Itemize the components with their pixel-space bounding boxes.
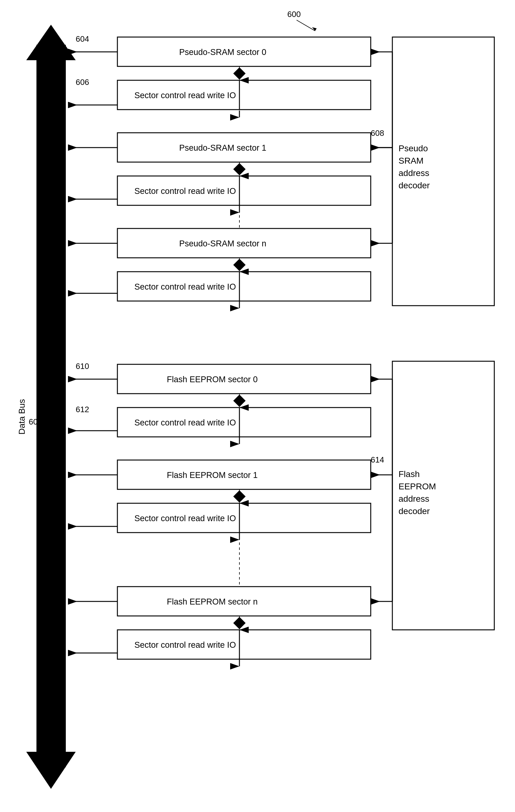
pseudo-sram-decoder-label-1: Pseudo: [399, 144, 428, 153]
svg-line-0: [297, 20, 315, 31]
ref-600: 600: [287, 9, 301, 19]
pseudo-sram-decoder-label-3: address: [399, 168, 429, 178]
pseudo-sram-decoder-label-4: decoder: [399, 181, 430, 190]
flash-eeprom-sector-1-label: Flash EEPROM sector 1: [167, 470, 258, 480]
svg-rect-2: [36, 45, 66, 767]
sector-control-0-label: Sector control read write IO: [134, 91, 236, 100]
ref-610: 610: [76, 361, 89, 371]
svg-marker-3: [26, 25, 76, 60]
pseudo-sram-decoder-label-2: SRAM: [399, 156, 424, 166]
flash-eeprom-sector-n-label: Flash EEPROM sector n: [167, 597, 258, 606]
ref-608: 608: [371, 128, 384, 138]
flash-sector-control-n-label: Sector control read write IO: [134, 640, 236, 649]
flash-decoder-label-4: decoder: [399, 506, 430, 516]
flash-sector-control-1-label: Sector control read write IO: [134, 514, 236, 523]
data-bus-label: Data Bus: [17, 399, 27, 434]
pseudo-sram-sector-n-label: Pseudo-SRAM sector n: [179, 239, 266, 248]
sector-control-1-label: Sector control read write IO: [134, 186, 236, 196]
data-bus-arrow: [26, 25, 76, 789]
diagram-container: 600 Data Bus 602 Pseudo SRAM address dec…: [0, 0, 515, 812]
svg-marker-4: [26, 752, 76, 789]
flash-sector-control-0-label: Sector control read write IO: [134, 418, 236, 427]
flash-eeprom-sector-0-label: Flash EEPROM sector 0: [167, 375, 258, 384]
flash-decoder-label-1: Flash: [399, 469, 419, 479]
ref-612: 612: [76, 405, 89, 414]
flash-decoder-label-2: EEPROM: [399, 482, 436, 491]
pseudo-sram-sector-1-label: Pseudo-SRAM sector 1: [179, 143, 266, 152]
ref-604: 604: [76, 34, 89, 44]
ref-614: 614: [371, 455, 384, 464]
flash-decoder-label-3: address: [399, 494, 429, 503]
ref-606: 606: [76, 78, 89, 87]
sector-control-n-label: Sector control read write IO: [134, 282, 236, 291]
data-bus-ref: 602: [29, 417, 42, 426]
pseudo-sram-sector-0-label: Pseudo-SRAM sector 0: [179, 48, 266, 57]
